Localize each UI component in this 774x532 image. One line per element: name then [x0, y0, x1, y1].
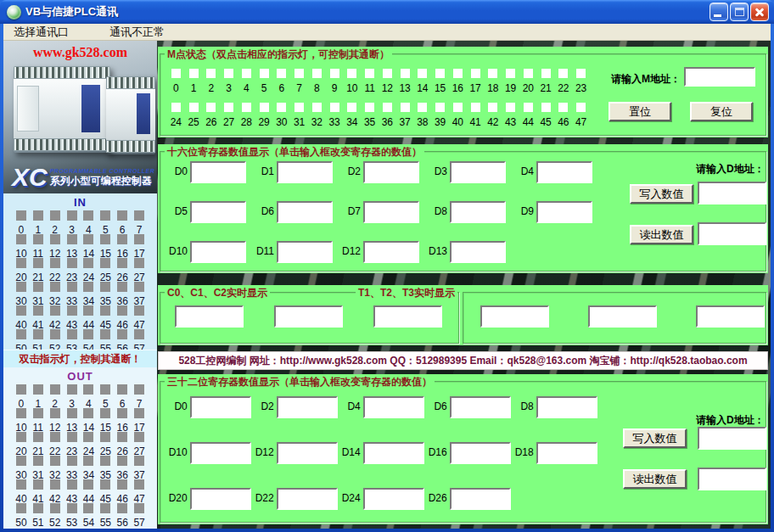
- m-point-cell[interactable]: 20: [519, 69, 537, 92]
- m-point-cell[interactable]: 9: [326, 69, 344, 92]
- register-value-input[interactable]: [450, 241, 506, 263]
- out-indicator-cell[interactable]: 11: [30, 408, 47, 430]
- in-indicator-cell[interactable]: 1: [30, 210, 47, 232]
- m-indicator-led[interactable]: [488, 69, 497, 78]
- out-indicator-led[interactable]: [16, 384, 26, 395]
- out-indicator-led[interactable]: [50, 384, 60, 395]
- m-point-cell[interactable]: 30: [273, 103, 291, 126]
- m-point-cell[interactable]: 17: [467, 69, 485, 92]
- m-indicator-led[interactable]: [260, 69, 269, 78]
- out-indicator-cell[interactable]: 57: [131, 503, 148, 525]
- in-indicator-led[interactable]: [100, 282, 110, 292]
- out-indicator-led[interactable]: [67, 384, 77, 395]
- out-indicator-cell[interactable]: 14: [81, 408, 98, 430]
- out-indicator-cell[interactable]: 6: [114, 384, 131, 406]
- m-point-cell[interactable]: 25: [185, 103, 203, 126]
- out-indicator-cell[interactable]: 7: [131, 384, 148, 406]
- in-indicator-led[interactable]: [16, 329, 26, 339]
- in-indicator-led[interactable]: [67, 258, 77, 268]
- m-indicator-led[interactable]: [524, 69, 533, 78]
- in-indicator-led[interactable]: [134, 329, 144, 339]
- out-indicator-cell[interactable]: 42: [47, 479, 64, 501]
- m-point-cell[interactable]: 31: [290, 103, 308, 126]
- m-point-cell[interactable]: 22: [555, 69, 573, 92]
- m-indicator-led[interactable]: [330, 103, 339, 112]
- in-indicator-cell[interactable]: 2: [47, 210, 64, 232]
- in-indicator-led[interactable]: [134, 234, 144, 244]
- out-indicator-cell[interactable]: 34: [81, 456, 98, 478]
- d-address-write-input[interactable]: [698, 182, 766, 204]
- in-indicator-led[interactable]: [83, 210, 93, 221]
- in-indicator-led[interactable]: [100, 234, 110, 244]
- out-indicator-cell[interactable]: 55: [97, 503, 114, 525]
- in-indicator-cell[interactable]: 3: [64, 210, 81, 232]
- m-indicator-led[interactable]: [171, 103, 181, 112]
- m-indicator-led[interactable]: [453, 69, 463, 78]
- in-indicator-led[interactable]: [50, 282, 60, 292]
- out-indicator-led[interactable]: [16, 432, 26, 442]
- read-value-button[interactable]: 读出数值: [630, 225, 693, 244]
- out-indicator-led[interactable]: [100, 384, 110, 395]
- out-indicator-cell[interactable]: 30: [13, 456, 30, 478]
- in-indicator-cell[interactable]: 13: [64, 234, 81, 256]
- m-indicator-led[interactable]: [401, 69, 410, 78]
- m-indicator-led[interactable]: [401, 103, 410, 112]
- in-indicator-cell[interactable]: 41: [30, 305, 47, 328]
- m-indicator-led[interactable]: [242, 69, 251, 78]
- out-indicator-cell[interactable]: 12: [47, 408, 64, 430]
- in-indicator-led[interactable]: [83, 258, 93, 268]
- register-value-input[interactable]: [190, 241, 246, 263]
- m-point-cell[interactable]: 24: [167, 103, 185, 126]
- in-indicator-led[interactable]: [134, 210, 144, 221]
- in-indicator-led[interactable]: [33, 258, 43, 268]
- m-point-cell[interactable]: 4: [238, 69, 255, 92]
- register-value-input[interactable]: [363, 161, 419, 183]
- out-indicator-cell[interactable]: 41: [30, 479, 47, 501]
- out-indicator-led[interactable]: [50, 456, 60, 466]
- out-indicator-led[interactable]: [100, 456, 110, 466]
- in-indicator-cell[interactable]: 5: [97, 210, 114, 232]
- out-indicator-led[interactable]: [67, 456, 77, 466]
- in-indicator-cell[interactable]: 44: [81, 305, 98, 328]
- m-point-cell[interactable]: 47: [572, 103, 590, 126]
- timer-t2-display[interactable]: [588, 305, 657, 328]
- out-indicator-led[interactable]: [134, 503, 144, 513]
- in-indicator-led[interactable]: [50, 329, 60, 339]
- in-indicator-led[interactable]: [117, 282, 127, 292]
- counter-c0-display[interactable]: [175, 305, 244, 328]
- m-indicator-led[interactable]: [488, 103, 497, 112]
- m-point-cell[interactable]: 10: [344, 69, 362, 92]
- in-indicator-led[interactable]: [67, 282, 77, 292]
- in-indicator-led[interactable]: [33, 305, 43, 316]
- register-value-input[interactable]: [450, 442, 511, 464]
- d-address-read-input[interactable]: [698, 222, 766, 245]
- in-indicator-cell[interactable]: 16: [114, 234, 131, 256]
- in-indicator-cell[interactable]: 12: [47, 234, 64, 256]
- out-indicator-led[interactable]: [117, 503, 127, 513]
- m-indicator-led[interactable]: [260, 103, 269, 112]
- m-point-cell[interactable]: 7: [290, 69, 308, 92]
- counter-c1-display[interactable]: [274, 305, 343, 328]
- in-indicator-cell[interactable]: 47: [131, 305, 148, 328]
- in-indicator-led[interactable]: [16, 305, 26, 316]
- m-indicator-led[interactable]: [312, 69, 322, 78]
- in-indicator-cell[interactable]: 40: [13, 305, 30, 328]
- out-indicator-led[interactable]: [16, 503, 26, 513]
- in-indicator-cell[interactable]: 7: [131, 210, 148, 232]
- in-indicator-led[interactable]: [117, 258, 127, 268]
- out-indicator-led[interactable]: [16, 456, 26, 466]
- m-point-cell[interactable]: 44: [519, 103, 537, 126]
- out-indicator-led[interactable]: [117, 432, 127, 442]
- m-point-cell[interactable]: 34: [344, 103, 362, 126]
- out-indicator-cell[interactable]: 31: [30, 456, 47, 478]
- out-indicator-cell[interactable]: 53: [64, 503, 81, 525]
- in-indicator-led[interactable]: [100, 258, 110, 268]
- m-point-cell[interactable]: 43: [502, 103, 519, 126]
- m-indicator-led[interactable]: [189, 69, 199, 78]
- out-indicator-led[interactable]: [83, 479, 93, 490]
- m-indicator-led[interactable]: [171, 69, 181, 78]
- in-indicator-cell[interactable]: 0: [13, 210, 30, 232]
- m-indicator-led[interactable]: [383, 69, 392, 78]
- m-point-cell[interactable]: 18: [485, 69, 502, 92]
- in-indicator-cell[interactable]: 23: [64, 258, 81, 280]
